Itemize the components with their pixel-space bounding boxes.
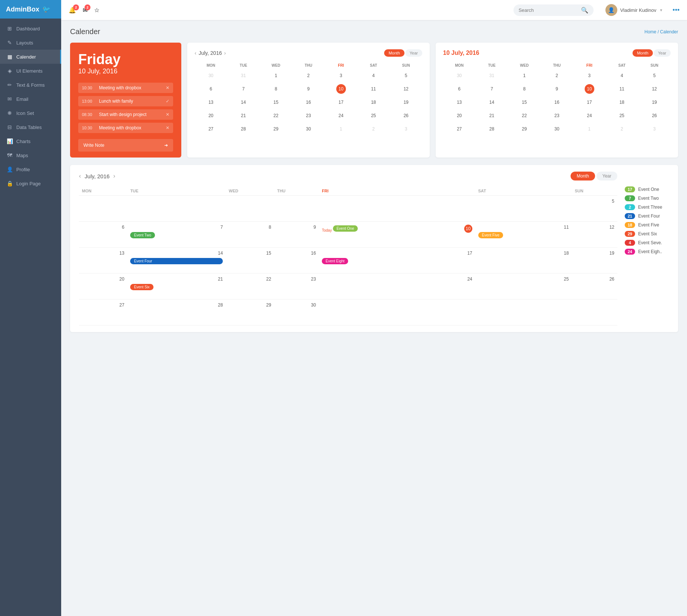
cal-day[interactable]: 27 [455, 124, 464, 134]
year-toggle-button[interactable]: Year [405, 49, 422, 57]
cal-day[interactable]: 6 [206, 84, 216, 94]
cal-day[interactable]: 24 [336, 111, 346, 120]
cal-day[interactable]: 30 [206, 71, 216, 80]
big-cal-cell[interactable]: 18 [475, 248, 572, 274]
big-cal-cell[interactable]: 16 [274, 248, 319, 274]
big-cal-cell[interactable]: 14Event Four [127, 248, 226, 274]
cal-day[interactable]: 30 [552, 124, 562, 134]
event-pill[interactable]: Event Six [130, 284, 153, 290]
next-month-button[interactable]: › [224, 50, 226, 56]
event-pill[interactable]: Event Five [478, 232, 503, 238]
check-icon[interactable]: ✓ [166, 99, 169, 104]
cal-day[interactable]: 18 [617, 97, 627, 107]
sidebar-item-text-forms[interactable]: ✏ Text & Forms [0, 78, 61, 92]
cal-day[interactable]: 7 [239, 84, 248, 94]
prev-month-button[interactable]: ‹ [195, 50, 196, 56]
cal-day[interactable]: 19 [401, 97, 411, 107]
cal-day[interactable]: 8 [271, 84, 281, 94]
big-cal-cell[interactable]: 28 [127, 299, 226, 325]
big-cal-cell[interactable]: 6 [79, 222, 127, 248]
cal-day[interactable]: 5 [401, 71, 411, 80]
cal-day[interactable]: 2 [369, 124, 378, 134]
big-cal-cell[interactable] [319, 299, 475, 325]
cal-day[interactable]: 31 [487, 71, 497, 80]
cal-day[interactable]: 2 [617, 124, 627, 134]
sidebar-item-profile[interactable]: 👤 Profile [0, 162, 61, 176]
big-cal-cell[interactable] [274, 196, 319, 222]
big-cal-cell[interactable] [572, 299, 617, 325]
cal-day[interactable]: 14 [487, 97, 497, 107]
large-year-button[interactable]: Year [597, 172, 617, 181]
event-pill[interactable]: Event Four [130, 258, 223, 264]
big-cal-cell[interactable]: 22 [226, 274, 274, 299]
cal-day[interactable]: 11 [617, 84, 627, 94]
cal-day[interactable]: 16 [304, 97, 313, 107]
sidebar-item-maps[interactable]: 🗺 Maps [0, 148, 61, 162]
big-cal-cell[interactable] [319, 196, 475, 222]
cal-day[interactable]: 2 [304, 71, 313, 80]
cal-day[interactable]: 3 [336, 71, 346, 80]
big-cal-cell[interactable]: 20 [79, 274, 127, 299]
event-pill[interactable]: Event Eight [322, 258, 348, 264]
cal-day[interactable]: 1 [271, 71, 281, 80]
big-cal-cell[interactable]: 19 [572, 248, 617, 274]
sidebar-item-ui-elements[interactable]: ◈ UI Elements [0, 64, 61, 78]
big-cal-cell[interactable]: 15 [226, 248, 274, 274]
cal-day[interactable]: 6 [455, 84, 464, 94]
cal-day[interactable]: 26 [401, 111, 411, 120]
cal-day[interactable]: 22 [271, 111, 281, 120]
cal-day[interactable]: 28 [487, 124, 497, 134]
cal-day[interactable]: 9 [552, 84, 562, 94]
more-options-icon[interactable]: ••• [673, 6, 680, 14]
big-cal-cell[interactable]: 21Event Six [127, 274, 226, 299]
big-cal-cell[interactable]: 7Event Two [127, 222, 226, 248]
cal-day[interactable]: 7 [487, 84, 497, 94]
big-cal-cell[interactable] [475, 299, 572, 325]
large-next-button[interactable]: › [113, 173, 115, 179]
cal-day[interactable]: 30 [455, 71, 464, 80]
cal-day[interactable]: 3 [401, 124, 411, 134]
cal-day[interactable]: 17 [336, 97, 346, 107]
cal-day[interactable]: 4 [369, 71, 378, 80]
write-note-button[interactable]: Write Note ➜ [78, 139, 173, 152]
cal-day[interactable]: 13 [455, 97, 464, 107]
cal-day[interactable]: 21 [239, 111, 248, 120]
cal-day[interactable]: 14 [239, 97, 248, 107]
big-cal-cell[interactable]: 5 [572, 196, 617, 222]
event-pill[interactable]: Event Two [130, 232, 155, 238]
logo[interactable]: AdminBox 🐦 [0, 0, 61, 19]
cal-day[interactable]: 25 [617, 111, 627, 120]
big-cal-cell[interactable]: 25 [475, 274, 572, 299]
cal-day[interactable]: 20 [206, 111, 216, 120]
big-cal-cell[interactable]: 13 [79, 248, 127, 274]
cal-day[interactable]: 31 [239, 71, 248, 80]
big-cal-cell[interactable]: 26 [572, 274, 617, 299]
cal-day[interactable]: 4 [617, 71, 627, 80]
cal-day[interactable]: 1 [519, 71, 529, 80]
cal-day[interactable]: 2 [552, 71, 562, 80]
cal-day[interactable]: 23 [304, 111, 313, 120]
cal-day[interactable]: 19 [650, 97, 659, 107]
cal-day[interactable]: 3 [650, 124, 659, 134]
cal-day[interactable]: 15 [271, 97, 281, 107]
close-icon[interactable]: ✕ [166, 125, 169, 130]
sidebar-item-charts[interactable]: 📊 Charts [0, 134, 61, 148]
year-toggle-button-right[interactable]: Year [654, 49, 671, 57]
cal-day[interactable]: 22 [519, 111, 529, 120]
large-prev-button[interactable]: ‹ [79, 173, 81, 179]
cal-day[interactable]: 21 [487, 111, 497, 120]
big-cal-cell[interactable]: 9 [274, 222, 319, 248]
mail-button[interactable]: ✉ 2 [83, 7, 87, 14]
cal-day[interactable]: 8 [519, 84, 529, 94]
cal-day[interactable]: 26 [650, 111, 659, 120]
cal-day[interactable]: 23 [552, 111, 562, 120]
big-cal-cell[interactable]: 11Event Five [475, 222, 572, 248]
big-cal-cell[interactable]: 17Event Eight [319, 248, 475, 274]
month-toggle-button-right[interactable]: Month [632, 49, 653, 57]
big-cal-cell[interactable]: 30 [274, 299, 319, 325]
big-cal-cell[interactable]: Today 10Event One [319, 222, 475, 248]
big-cal-cell[interactable]: 12 [572, 222, 617, 248]
month-toggle-button[interactable]: Month [384, 49, 404, 57]
sidebar-item-data-tables[interactable]: ⊟ Data Tables [0, 120, 61, 134]
cal-day[interactable]: 29 [271, 124, 281, 134]
